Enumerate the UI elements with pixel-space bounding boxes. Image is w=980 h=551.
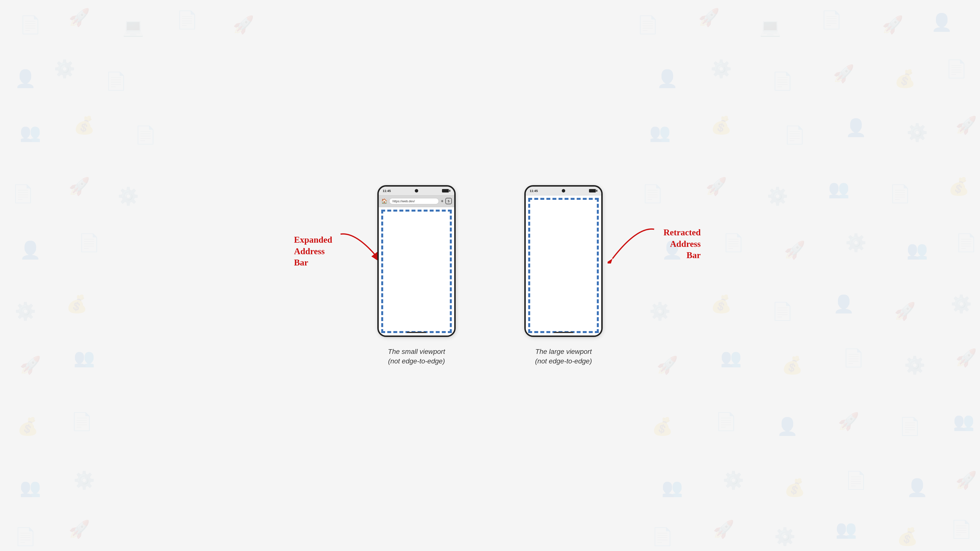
camera-dot-right: [562, 189, 565, 192]
retracted-arrow: [608, 224, 657, 264]
retracted-annotation: Retracted Address Bar: [663, 227, 701, 261]
viewport-expanded: [379, 207, 454, 335]
url-field[interactable]: https://web.dev/: [389, 198, 439, 204]
left-phone-unit: Expanded Address Bar: [377, 185, 456, 366]
right-phone: 11:45: [524, 185, 603, 337]
right-phone-unit: Retracted Address Bar 11:45: [524, 185, 603, 366]
home-indicator-right: [554, 332, 573, 333]
home-indicator-left: [407, 332, 426, 333]
dashed-border-retracted: [528, 198, 599, 333]
status-time-left: 11:45: [383, 189, 391, 193]
home-icon[interactable]: 🏠: [381, 198, 387, 204]
battery-tip-right: [596, 190, 597, 192]
url-text: https://web.dev/: [393, 199, 415, 203]
battery-body-right: [589, 189, 596, 192]
caption-left: The small viewport (not edge-to-edge): [388, 347, 445, 366]
camera-dot-left: [415, 189, 418, 192]
dashed-border-expanded: [381, 210, 452, 333]
battery-tip-left: [449, 190, 450, 192]
caption-right: The large viewport (not edge-to-edge): [535, 347, 592, 366]
caption-right-text: The large viewport (not edge-to-edge): [535, 347, 592, 366]
expanded-label: Expanded Address Bar: [294, 234, 332, 268]
battery-left: [442, 189, 450, 192]
tab-count[interactable]: 5: [445, 198, 452, 204]
viewport-retracted: [526, 195, 601, 335]
phones-container: Expanded Address Bar: [377, 185, 603, 366]
left-phone: 11:45 🏠 https://web.dev/ + 5: [377, 185, 456, 337]
battery-right: [589, 189, 597, 192]
main-content: Expanded Address Bar: [0, 0, 980, 551]
caption-left-text: The small viewport (not edge-to-edge): [388, 347, 445, 366]
add-tab-button[interactable]: +: [441, 198, 444, 204]
status-bar-left: 11:45: [379, 187, 454, 195]
battery-body-left: [442, 189, 449, 192]
address-bar[interactable]: 🏠 https://web.dev/ + 5: [379, 195, 454, 207]
status-time-right: 11:45: [530, 189, 538, 193]
retracted-label: Retracted Address Bar: [663, 227, 701, 261]
status-bar-right: 11:45: [526, 187, 601, 195]
expanded-annotation: Expanded Address Bar: [294, 234, 332, 268]
